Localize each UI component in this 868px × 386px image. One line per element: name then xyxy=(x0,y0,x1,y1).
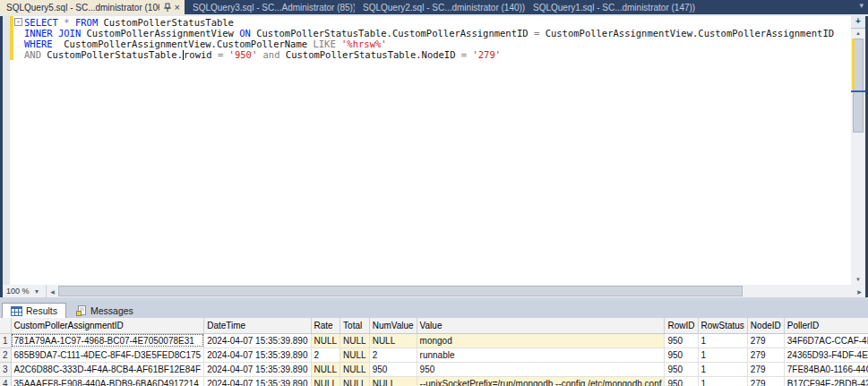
tab-sqlquery2[interactable]: SQLQuery2.sql - SC...dministrator (140))… xyxy=(355,0,525,14)
pin-icon[interactable] xyxy=(163,3,171,12)
grid-corner-header[interactable] xyxy=(0,318,11,333)
scroll-down-icon[interactable]: ▼ xyxy=(851,275,865,285)
grid-cell[interactable]: NULL xyxy=(340,347,370,362)
grid-column-header-total[interactable]: Total xyxy=(340,318,370,333)
results-tab-label: Results xyxy=(26,305,57,316)
query-editor-zone: -SELECT * FROM CustomPollerStatusTableIN… xyxy=(0,16,868,297)
grid-cell[interactable]: 1 xyxy=(698,333,747,347)
code-area[interactable]: -SELECT * FROM CustomPollerStatusTableIN… xyxy=(14,17,849,60)
selection-margin xyxy=(3,16,10,285)
editor-zoom-level[interactable]: 100 % xyxy=(3,287,35,296)
grid-column-header-pollerid[interactable]: PollerID xyxy=(784,318,868,333)
hscroll-thumb[interactable] xyxy=(58,286,743,296)
tab-sqlquery3[interactable]: SQLQuery3.sql - SC...Administrator (85)) xyxy=(185,0,355,14)
grid-cell[interactable]: NULL xyxy=(369,376,417,386)
grid-cell[interactable]: 2 xyxy=(369,347,417,362)
grid-column-header-custompollerassignmentid[interactable]: CustomPollerAssignmentID xyxy=(11,318,204,333)
grid-cell[interactable]: mongod xyxy=(417,333,665,347)
code-line[interactable]: AND CustomPollerStatusTable.rowid = '950… xyxy=(14,49,849,60)
grid-row-header[interactable]: 3 xyxy=(0,362,11,376)
grid-cell[interactable]: NULL xyxy=(369,333,417,347)
code-line[interactable]: -SELECT * FROM CustomPollerStatusTable xyxy=(14,17,849,28)
grid-cell[interactable]: NULL xyxy=(311,376,340,386)
grid-cell[interactable]: 279 xyxy=(747,362,784,376)
grid-cell[interactable]: 1 xyxy=(698,376,747,386)
grid-cell[interactable]: NULL xyxy=(340,362,370,376)
grid-column-header-rowstatus[interactable]: RowStatus xyxy=(698,318,747,333)
vscroll-caret-marker xyxy=(851,90,865,92)
grid-cell[interactable]: NULL xyxy=(311,362,340,376)
zoom-dropdown-icon[interactable]: ▾ xyxy=(35,287,46,296)
scroll-left-icon[interactable]: ◀ xyxy=(47,288,58,295)
grid-cell[interactable]: 2024-04-07 15:35:39.890 xyxy=(204,376,311,386)
grid-cell[interactable]: 2024-04-07 15:35:39.890 xyxy=(204,333,311,347)
scroll-up-icon[interactable]: ▲ xyxy=(851,29,865,39)
grid-cell[interactable]: 1 xyxy=(698,362,747,376)
grid-cell[interactable]: NULL xyxy=(311,333,340,347)
grid-row-header[interactable]: 1 xyxy=(0,333,11,347)
grid-cell[interactable]: 279 xyxy=(747,333,784,347)
grid-cell[interactable]: 7FE84BA0-1166-44CF-AE49-6CAA0B xyxy=(784,362,868,376)
tab-label: SQLQuery2.sql - SC...dministrator (140))… xyxy=(363,3,525,13)
tab-label: SQLQuery3.sql - SC...Administrator (85)) xyxy=(193,3,355,13)
vscroll-track[interactable] xyxy=(851,39,865,275)
grid-cell[interactable]: NULL xyxy=(340,333,370,347)
grid-column-header-rate[interactable]: Rate xyxy=(311,318,340,333)
tab-label: SQLQuery5.sql - SC...dministrator (106))… xyxy=(6,3,159,13)
grid-cell[interactable]: 950 xyxy=(665,376,698,386)
grid-column-header-datetime[interactable]: DateTime xyxy=(204,318,311,333)
grid-cell[interactable]: NULL xyxy=(340,376,370,386)
document-tab-bar: SQLQuery5.sql - SC...dministrator (106))… xyxy=(0,0,868,14)
tab-messages[interactable]: Messages xyxy=(68,303,142,318)
ssms-window: SQLQuery5.sql - SC...dministrator (106))… xyxy=(0,0,868,386)
grid-column-header-rowid[interactable]: RowID xyxy=(665,318,698,333)
grid-cell[interactable]: 2024-04-07 15:35:39.890 xyxy=(204,347,311,362)
grid-cell[interactable]: 781A79AA-1C97-4968-BC07-4E7050078E31 xyxy=(11,333,204,347)
results-grid: CustomPollerAssignmentIDDateTimeRateTota… xyxy=(0,318,868,386)
grid-cell[interactable]: 1 xyxy=(698,347,747,362)
grid-cell[interactable]: 279 xyxy=(747,347,784,362)
grid-cell[interactable]: 2 xyxy=(311,347,340,362)
close-icon[interactable]: × xyxy=(175,3,180,12)
grid-row-header[interactable]: 4 xyxy=(0,376,11,386)
table-row: 1781A79AA-1C97-4968-BC07-4E7050078E31202… xyxy=(0,333,868,347)
grid-cell[interactable]: 34F6D7AC-CCAF-4BF0-9C49-2ED195 xyxy=(784,333,868,347)
tab-sqlquery5[interactable]: SQLQuery5.sql - SC...dministrator (106))… xyxy=(0,0,185,14)
results-tab-bar: Results Messages xyxy=(0,301,868,318)
grid-cell[interactable]: 950 xyxy=(369,362,417,376)
grid-cell[interactable]: 950 xyxy=(417,362,665,376)
tab-sqlquery1[interactable]: SQLQuery1.sql - SC...dministrator (147))… xyxy=(525,0,695,14)
grid-column-header-nodeid[interactable]: NodeID xyxy=(747,318,784,333)
query-editor[interactable]: -SELECT * FROM CustomPollerStatusTableIN… xyxy=(3,16,865,285)
editor-bottom-bar: 100 % ▾ ◀ ▶ xyxy=(3,285,865,297)
grid-cell[interactable]: 2024-04-07 15:35:39.890 xyxy=(204,362,311,376)
grid-column-header-numvalue[interactable]: NumValue xyxy=(369,318,417,333)
table-row: 3A2C6D88C-333D-4F4A-8CB4-AF61BF12E84F202… xyxy=(0,362,868,376)
grid-cell[interactable]: 24365D93-F4DF-4EDB-8009-3CCD20 xyxy=(784,347,868,362)
grid-cell[interactable]: 950 xyxy=(665,333,698,347)
split-pane-handle[interactable]: + xyxy=(851,16,865,29)
grid-cell[interactable]: A2C6D88C-333D-4F4A-8CB4-AF61BF12E84F xyxy=(11,362,204,376)
tab-overflow-chevron-icon[interactable]: ▾ xyxy=(859,1,864,10)
grid-cell[interactable]: 950 xyxy=(665,362,698,376)
collapse-toggle-icon[interactable]: - xyxy=(14,18,22,26)
grid-cell[interactable]: --unixSocketPrefix=/run/mongodb --config… xyxy=(417,376,665,386)
code-line[interactable]: INNER JOIN CustomPollerAssignmentView ON… xyxy=(14,28,849,39)
grid-row-header[interactable]: 2 xyxy=(0,347,11,362)
grid-column-header-value[interactable]: Value xyxy=(417,318,665,333)
grid-cell[interactable]: 950 xyxy=(665,347,698,362)
results-grid-wrap: CustomPollerAssignmentIDDateTimeRateTota… xyxy=(0,318,868,386)
messages-icon xyxy=(76,305,87,316)
hscroll-track[interactable] xyxy=(58,285,854,297)
grid-cell[interactable]: 35AAAEF8-E908-440A-BDB9-6BA6D4917214 xyxy=(11,376,204,386)
editor-vertical-scrollbar[interactable]: + ▲ ▼ xyxy=(851,16,865,285)
results-grid-icon xyxy=(11,306,22,316)
code-line[interactable]: WHERE CustomPollerAssignmentView.CustomP… xyxy=(14,39,849,49)
table-row: 2685B9DA7-C111-4DEC-8F4F-D3E5FED8C175202… xyxy=(0,347,868,362)
grid-cell[interactable]: 685B9DA7-C111-4DEC-8F4F-D3E5FED8C175 xyxy=(11,347,204,362)
grid-cell[interactable]: 279 xyxy=(747,376,784,386)
grid-cell[interactable]: runnable xyxy=(417,347,665,362)
tab-results[interactable]: Results xyxy=(2,303,66,318)
grid-cell[interactable]: B17CF94E-2BDB-4294-BC4D-EC03F0 xyxy=(784,376,868,386)
scroll-right-icon[interactable]: ▶ xyxy=(854,288,865,295)
